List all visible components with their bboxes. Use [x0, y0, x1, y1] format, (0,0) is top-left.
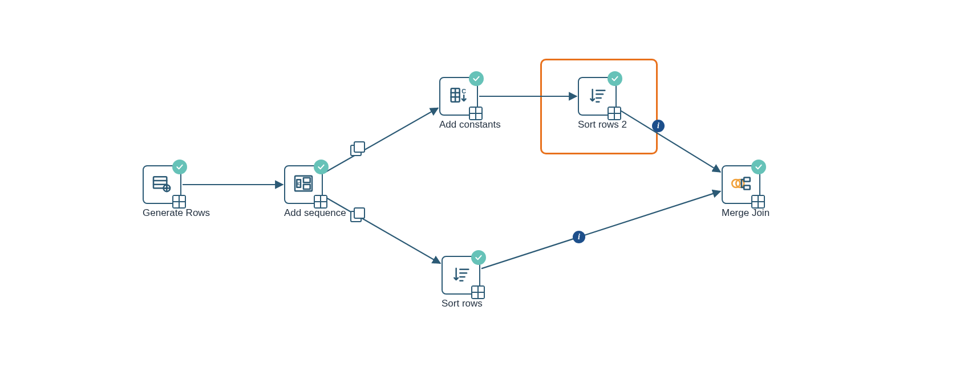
- svg-rect-25: [744, 178, 750, 182]
- node-box[interactable]: [442, 256, 480, 295]
- node-generate-rows[interactable]: Generate Rows: [143, 165, 181, 219]
- data-preview-icon[interactable]: [471, 285, 485, 299]
- status-success-icon: [608, 71, 622, 86]
- node-label: Add constants: [439, 119, 478, 130]
- status-success-icon: [751, 160, 766, 174]
- data-preview-icon[interactable]: [608, 107, 621, 120]
- node-label: Sort rows 2: [578, 119, 617, 130]
- svg-text:C: C: [461, 88, 466, 95]
- sort-rows-icon: [586, 84, 609, 109]
- node-label: Add sequence: [284, 207, 323, 219]
- status-success-icon: [172, 160, 187, 174]
- add-sequence-icon: ID: [292, 172, 315, 197]
- edge-sort_rows-to-merge_join[interactable]: [481, 191, 720, 269]
- node-label: Generate Rows: [143, 207, 181, 219]
- workflow-canvas[interactable]: Generate Rows ID Add sequence C Add cons…: [0, 0, 980, 392]
- node-sort-rows[interactable]: Sort rows: [442, 256, 480, 309]
- data-preview-icon[interactable]: [314, 195, 327, 209]
- node-add-sequence[interactable]: ID Add sequence: [284, 165, 323, 219]
- info-hop-icon[interactable]: i: [573, 231, 585, 243]
- node-label: Sort rows: [442, 298, 480, 309]
- node-merge-join[interactable]: Merge Join: [722, 165, 760, 219]
- node-sort-rows-2[interactable]: Sort rows 2: [578, 77, 617, 130]
- edge-add_sequence-to-sort_rows[interactable]: [324, 197, 440, 264]
- node-box[interactable]: [578, 77, 617, 116]
- svg-rect-26: [744, 186, 750, 190]
- status-success-icon: [471, 250, 486, 265]
- add-constants-icon: C: [447, 84, 470, 109]
- data-preview-icon[interactable]: [469, 107, 483, 120]
- svg-text:ID: ID: [297, 181, 301, 186]
- data-preview-icon[interactable]: [751, 195, 765, 209]
- status-success-icon: [314, 160, 329, 174]
- merge-join-icon: [729, 172, 753, 198]
- sort-rows-icon: [449, 263, 472, 288]
- node-add-constants[interactable]: C Add constants: [439, 77, 478, 130]
- copy-hop-icon[interactable]: [350, 141, 364, 155]
- svg-rect-9: [303, 185, 310, 189]
- node-box[interactable]: C: [439, 77, 478, 116]
- copy-hop-icon[interactable]: [350, 207, 364, 221]
- node-box[interactable]: [143, 165, 181, 204]
- svg-rect-8: [303, 178, 310, 182]
- info-hop-icon[interactable]: i: [652, 120, 665, 132]
- edge-add_sequence-to-add_constants[interactable]: [324, 108, 438, 173]
- generate-rows-icon: [151, 172, 173, 197]
- node-box[interactable]: [722, 165, 760, 204]
- node-label: Merge Join: [722, 207, 760, 219]
- node-box[interactable]: ID: [284, 165, 323, 204]
- data-preview-icon[interactable]: [172, 195, 186, 209]
- status-success-icon: [469, 71, 484, 86]
